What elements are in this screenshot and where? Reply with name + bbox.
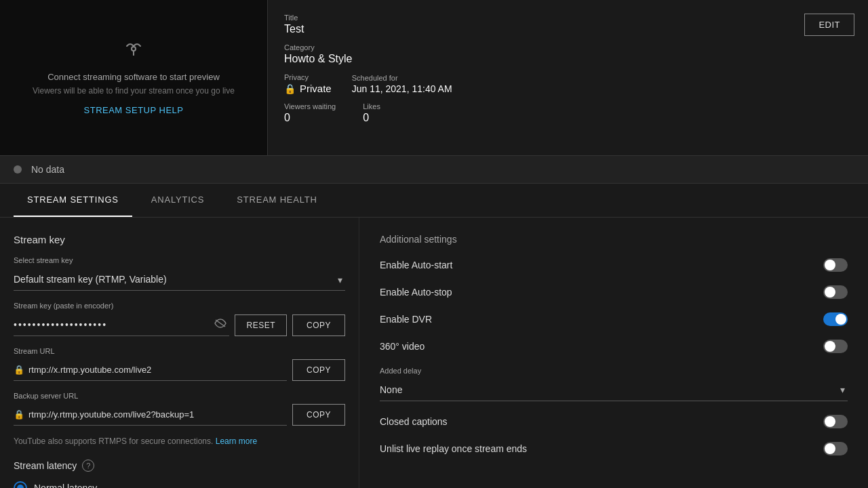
stream-key-input-wrapper <box>14 314 229 336</box>
eye-icon[interactable] <box>214 319 226 331</box>
reset-button[interactable]: RESET <box>235 314 287 336</box>
added-delay-section: Added delay None 5 seconds 10 seconds 15… <box>380 367 848 401</box>
rtmps-note: YouTube also supports RTMPS for secure c… <box>14 436 345 446</box>
auto-stop-knob <box>825 287 835 298</box>
tab-stream-settings[interactable]: STREAM SETTINGS <box>14 184 132 217</box>
category-value: Howto & Style <box>284 53 852 65</box>
viewers-likes-row: Viewers waiting 0 Likes 0 <box>284 102 852 124</box>
title-value: Test <box>284 23 852 35</box>
latency-title: Stream latency ? <box>14 460 345 472</box>
no-data-text: No data <box>31 164 64 175</box>
viewers-value: 0 <box>284 112 336 124</box>
stream-info-panel: EDIT Title Test Category Howto & Style P… <box>268 0 868 155</box>
unlist-replay-row: Unlist live replay once stream ends <box>380 442 848 455</box>
no-data-bar: No data <box>0 156 868 184</box>
unlist-replay-toggle[interactable] <box>823 442 848 455</box>
auto-start-knob <box>825 260 835 270</box>
stream-setup-link[interactable]: STREAM SETUP HELP <box>84 105 184 115</box>
delay-select-wrapper: None 5 seconds 10 seconds 15 seconds ▾ <box>380 379 848 401</box>
stream-url-row: 🔒 rtmp://x.rtmp.youtube.com/live2 COPY <box>14 359 345 381</box>
scheduled-value: Jun 11, 2021, 11:40 AM <box>352 83 452 94</box>
auto-start-row: Enable Auto-start <box>380 258 848 272</box>
backup-url-input-wrapper: 🔒 rtmp://y.rtmp.youtube.com/live2?backup… <box>14 404 287 426</box>
latency-help-icon[interactable]: ? <box>82 460 94 472</box>
learn-more-link[interactable]: Learn more <box>216 436 257 446</box>
dvr-row: Enable DVR <box>380 312 848 326</box>
privacy-label: Privacy <box>284 73 332 81</box>
title-label: Title <box>284 14 852 22</box>
unlist-replay-knob <box>825 443 835 454</box>
closed-captions-knob <box>825 416 835 427</box>
stream-key-field-label: Stream key (paste in encoder) <box>14 302 345 310</box>
preview-main-text: Connect streaming software to start prev… <box>47 72 220 82</box>
preview-sub-text: Viewers will be able to find your stream… <box>33 86 235 96</box>
svg-point-0 <box>132 47 136 51</box>
likes-value: 0 <box>363 112 380 124</box>
select-stream-key-wrapper: Default stream key (RTMP, Variable) ▾ <box>14 268 345 291</box>
delay-select[interactable]: None 5 seconds 10 seconds 15 seconds <box>380 379 556 401</box>
backup-lock-icon: 🔒 <box>14 409 24 420</box>
left-panel: Stream key Select stream key Default str… <box>0 218 359 488</box>
stream-key-row: RESET COPY <box>14 314 345 336</box>
stream-url-label: Stream URL <box>14 347 345 355</box>
select-stream-key[interactable]: Default stream key (RTMP, Variable) <box>14 268 345 291</box>
360-video-knob <box>825 341 835 352</box>
auto-start-toggle[interactable] <box>823 258 848 272</box>
auto-stop-toggle[interactable] <box>823 285 848 299</box>
closed-captions-label: Closed captions <box>380 416 448 427</box>
backup-url-label: Backup server URL <box>14 392 345 400</box>
lock-icon: 🔒 <box>284 83 296 94</box>
privacy-block: Privacy 🔒 Private <box>284 73 332 94</box>
select-key-label: Select stream key <box>14 256 345 264</box>
right-panel: Additional settings Enable Auto-start En… <box>359 218 868 488</box>
category-block: Category Howto & Style <box>284 43 852 65</box>
auto-start-label: Enable Auto-start <box>380 260 452 270</box>
likes-label: Likes <box>363 102 380 110</box>
stream-key-input[interactable] <box>14 314 229 336</box>
privacy-row: Privacy 🔒 Private Scheduled for Jun 11, … <box>284 73 852 94</box>
tab-bar: STREAM SETTINGS ANALYTICS STREAM HEALTH <box>0 184 868 218</box>
unlist-replay-label: Unlist live replay once stream ends <box>380 443 527 454</box>
dvr-label: Enable DVR <box>380 314 432 325</box>
stream-key-title: Stream key <box>14 234 345 245</box>
normal-latency-label: Normal latency <box>34 483 97 488</box>
top-section: Connect streaming software to start prev… <box>0 0 868 156</box>
latency-section: Stream latency ? Normal latency Low-late… <box>14 460 345 488</box>
closed-captions-toggle[interactable] <box>823 415 848 428</box>
no-data-dot <box>14 165 22 174</box>
360-video-toggle[interactable] <box>823 340 848 353</box>
dvr-toggle[interactable] <box>823 312 848 326</box>
copy-backup-button[interactable]: COPY <box>292 404 345 426</box>
tab-analytics[interactable]: ANALYTICS <box>138 184 218 217</box>
scheduled-label: Scheduled for <box>352 74 452 82</box>
dvr-knob <box>835 314 846 325</box>
normal-latency-radio-inner <box>17 485 24 488</box>
edit-button[interactable]: EDIT <box>804 14 854 36</box>
normal-latency-option[interactable]: Normal latency <box>14 481 345 488</box>
privacy-value: 🔒 Private <box>284 83 332 94</box>
viewers-label: Viewers waiting <box>284 102 336 110</box>
preview-area: Connect streaming software to start prev… <box>0 0 268 155</box>
scheduled-block: Scheduled for Jun 11, 2021, 11:40 AM <box>352 74 452 94</box>
additional-settings-title: Additional settings <box>380 234 848 245</box>
backup-url-value: rtmp://y.rtmp.youtube.com/live2?backup=1 <box>28 404 287 425</box>
360-video-label: 360° video <box>380 341 425 352</box>
copy-key-button[interactable]: COPY <box>292 314 345 336</box>
title-block: Title Test <box>284 14 852 35</box>
main-content: Stream key Select stream key Default str… <box>0 218 868 488</box>
category-label: Category <box>284 43 852 52</box>
tab-stream-health[interactable]: STREAM HEALTH <box>223 184 331 217</box>
likes-block: Likes 0 <box>363 102 380 124</box>
viewers-block: Viewers waiting 0 <box>284 102 336 124</box>
stream-preview-icon <box>120 41 147 61</box>
auto-stop-row: Enable Auto-stop <box>380 285 848 299</box>
delay-arrow-icon: ▾ <box>840 384 845 395</box>
auto-stop-label: Enable Auto-stop <box>380 287 452 298</box>
added-delay-label: Added delay <box>380 367 848 375</box>
stream-url-value: rtmp://x.rtmp.youtube.com/live2 <box>28 359 287 380</box>
url-lock-icon: 🔒 <box>14 365 24 375</box>
stream-url-input-wrapper: 🔒 rtmp://x.rtmp.youtube.com/live2 <box>14 359 287 381</box>
normal-latency-radio[interactable] <box>14 481 27 488</box>
closed-captions-row: Closed captions <box>380 415 848 428</box>
copy-url-button[interactable]: COPY <box>292 359 345 381</box>
